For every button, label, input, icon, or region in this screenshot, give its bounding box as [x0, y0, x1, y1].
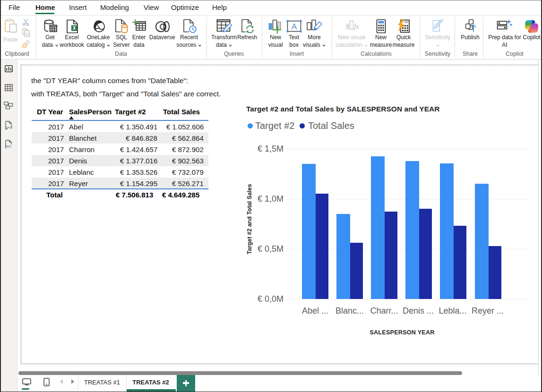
svg-text:fx: fx: [354, 23, 359, 30]
svg-text:DAX: DAX: [6, 126, 11, 129]
svg-text:TMDL: TMDL: [6, 145, 12, 148]
svg-text:X: X: [73, 26, 76, 31]
svg-text:A: A: [292, 22, 297, 31]
